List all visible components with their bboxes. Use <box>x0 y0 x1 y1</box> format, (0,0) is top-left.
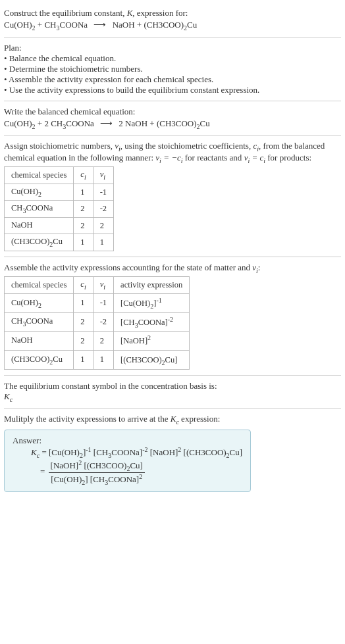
cell-v: 2 <box>93 217 113 234</box>
cell-v: 2 <box>93 332 113 351</box>
table-row: NaOH 2 2 <box>5 217 114 234</box>
relation-reactants: νi = −ci <box>155 153 182 162</box>
reactant1: Cu(OH) <box>4 20 32 30</box>
reaction-arrow: ⟶ <box>96 118 117 128</box>
table-header-row: chemical species ci νi <box>5 167 114 184</box>
cell-species: Cu(OH)2 <box>5 184 74 201</box>
table-row: NaOH 2 2 [NaOH]2 <box>5 332 190 351</box>
cell-c: 2 <box>74 332 93 351</box>
cell-species: (CH3COO)2Cu <box>5 234 74 251</box>
reactant1: Cu(OH) <box>4 118 32 128</box>
cell-c: 2 <box>74 217 93 234</box>
table-row: Cu(OH)2 1 -1 <box>5 184 114 201</box>
col-ci: ci <box>74 167 93 184</box>
assign-text: Assign stoichiometric numbers, <box>4 141 115 151</box>
equals: = <box>40 466 47 476</box>
assign-text: for products: <box>265 153 311 162</box>
nu-symbol: νi <box>252 262 258 272</box>
prompt-text: Construct the equilibrium constant, <box>4 8 127 18</box>
plan-section: Plan: • Balance the chemical equation. •… <box>4 39 341 99</box>
exponent: -2 <box>142 446 147 453</box>
cell-species: Cu(OH)2 <box>5 293 74 312</box>
divider <box>4 375 341 376</box>
products: 2 NaOH + (CH3COO) <box>119 118 196 128</box>
answer-equation-line1: Kc = [Cu(OH)2]-1 [CH3COONa]-2 [NaOH]2 [(… <box>13 446 242 459</box>
exponent: -1 <box>86 446 91 453</box>
table-row: (CH3COO)2Cu 1 1 <box>5 234 114 251</box>
cell-v: -2 <box>93 201 113 218</box>
divider <box>4 101 341 101</box>
equation-balanced: Cu(OH)2 + 2 CH3COONa ⟶ 2 NaOH + (CH3COO)… <box>4 118 341 130</box>
multiply-text-b: expression: <box>179 414 220 424</box>
productsb: Cu <box>200 118 210 128</box>
problem-statement: Construct the equilibrium constant, K, e… <box>4 4 341 36</box>
plan-item-stoich: • Determine the stoichiometric numbers. <box>4 64 341 74</box>
cell-activity: [(CH3COO)2Cu] <box>114 350 190 369</box>
col-nui: νi <box>93 277 113 294</box>
cell-c: 1 <box>74 350 93 369</box>
plus: + <box>36 20 45 30</box>
assign-text: , using the stoichiometric coefficients, <box>120 141 253 151</box>
divider <box>4 408 341 409</box>
col-nui: νi <box>93 167 113 184</box>
divider <box>4 37 341 37</box>
product1: NaOH + (CH3COO) <box>113 20 184 30</box>
plan-item-build: • Use the activity expressions to build … <box>4 85 341 95</box>
table-row: CH3COONa 2 -2 <box>5 201 114 218</box>
cell-c: 1 <box>74 293 93 312</box>
Kc-symbol: Kc <box>31 447 40 457</box>
assign-section: Assign stoichiometric numbers, νi, using… <box>4 137 341 255</box>
relation-products: νi = ci <box>244 153 265 162</box>
c-symbol: ci <box>253 141 259 151</box>
table-row: CH3COONa 2 -2 [CH3COONa]-2 <box>5 312 190 332</box>
divider <box>4 135 341 136</box>
activity-title: Assemble the activity expressions accoun… <box>4 262 252 272</box>
reactant2b: COONa <box>66 118 94 128</box>
product1b: Cu <box>187 20 197 30</box>
cell-species: NaOH <box>5 332 74 351</box>
cell-species: NaOH <box>5 217 74 234</box>
prompt-text-b: , expression for: <box>132 8 188 18</box>
reactant2a: CH <box>44 20 56 30</box>
divider <box>4 257 341 257</box>
numerator: [NaOH]2 [(CH3COO)2Cu] <box>49 459 145 473</box>
eq-text: Cu] <box>230 447 243 457</box>
cell-v: 1 <box>93 350 113 369</box>
cell-activity: [NaOH]2 <box>114 332 190 351</box>
plus-coef: + 2 CH <box>36 118 63 128</box>
col-ci: ci <box>74 277 93 294</box>
multiply-text: Mulitply the activity expressions to arr… <box>4 414 171 424</box>
cell-activity: [Cu(OH)2]-1 <box>114 293 190 312</box>
answer-equation-line2: = [NaOH]2 [(CH3COO)2Cu] [Cu(OH)2] [CH3CO… <box>13 459 242 486</box>
col-species: chemical species <box>5 167 74 184</box>
fraction: [NaOH]2 [(CH3COO)2Cu] [Cu(OH)2] [CH3COON… <box>49 459 145 486</box>
cell-species: CH3COONa <box>5 312 74 332</box>
table-header-row: chemical species ci νi activity expressi… <box>5 277 190 294</box>
reaction-arrow: ⟶ <box>90 20 110 30</box>
eq-text: [(CH3COO) <box>181 447 226 457</box>
stoich-table: chemical species ci νi Cu(OH)2 1 -1 CH3C… <box>4 166 114 251</box>
basis-section: The equilibrium constant symbol in the c… <box>4 377 341 407</box>
cell-v: 1 <box>93 234 113 251</box>
table-row: (CH3COO)2Cu 1 1 [(CH3COO)2Cu] <box>5 350 190 369</box>
plan-item-balance: • Balance the chemical equation. <box>4 53 341 64</box>
cell-v: -1 <box>93 184 113 201</box>
cell-species: (CH3COO)2Cu <box>5 350 74 369</box>
assign-text: for reactants and <box>183 153 244 162</box>
cell-c: 2 <box>74 312 93 332</box>
plan-item-activity: • Assemble the activity expression for e… <box>4 74 341 85</box>
multiply-section: Mulitply the activity expressions to arr… <box>4 410 341 495</box>
cell-activity: [CH3COONa]-2 <box>114 312 190 332</box>
eq-text: = [Cu(OH) <box>40 447 80 457</box>
eq-text: [NaOH] <box>148 447 178 457</box>
basis-text: The equilibrium constant symbol in the c… <box>4 381 341 391</box>
answer-label: Answer: <box>13 435 242 446</box>
eq-text: [CH <box>92 447 109 457</box>
nu-symbol: νi <box>115 141 120 151</box>
cell-c: 1 <box>74 234 93 251</box>
Kc-symbol: Kc <box>171 414 179 424</box>
Kc-symbol: Kc <box>4 391 341 403</box>
cell-v: -2 <box>93 312 113 332</box>
equation-unbalanced: Cu(OH)2 + CH3COONa ⟶ NaOH + (CH3COO)2Cu <box>4 20 341 32</box>
balanced-section: Write the balanced chemical equation: Cu… <box>4 103 341 134</box>
